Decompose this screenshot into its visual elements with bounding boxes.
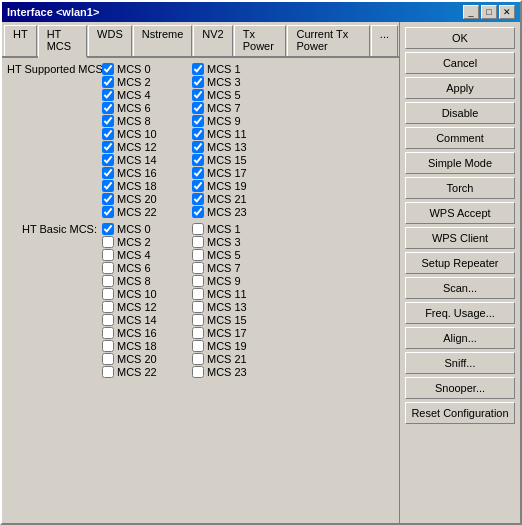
mcs15-checkbox[interactable] bbox=[192, 154, 204, 166]
b-mcs23-checkbox[interactable] bbox=[192, 366, 204, 378]
mcs17-checkbox[interactable] bbox=[192, 167, 204, 179]
tab-nstreme[interactable]: Nstreme bbox=[133, 25, 193, 56]
mcs11-checkbox[interactable] bbox=[192, 128, 204, 140]
comment-button[interactable]: Comment bbox=[405, 127, 515, 149]
torch-button[interactable]: Torch bbox=[405, 177, 515, 199]
mcs4-checkbox[interactable] bbox=[102, 89, 114, 101]
disable-button[interactable]: Disable bbox=[405, 102, 515, 124]
mcs7-checkbox[interactable] bbox=[192, 102, 204, 114]
tab-nv2[interactable]: NV2 bbox=[193, 25, 232, 56]
b-mcs9-checkbox[interactable] bbox=[192, 275, 204, 287]
b-mcs18-checkbox[interactable] bbox=[102, 340, 114, 352]
ok-button[interactable]: OK bbox=[405, 27, 515, 49]
b-mcs14-checkbox[interactable] bbox=[102, 314, 114, 326]
mcs13-checkbox[interactable] bbox=[192, 141, 204, 153]
b-mcs19-checkbox[interactable] bbox=[192, 340, 204, 352]
b-mcs23-label: MCS 23 bbox=[207, 366, 247, 378]
minimize-button[interactable]: _ bbox=[463, 5, 479, 19]
tab-current-tx-power[interactable]: Current Tx Power bbox=[287, 25, 369, 56]
b-mcs7-label: MCS 7 bbox=[207, 262, 241, 274]
wps-client-button[interactable]: WPS Client bbox=[405, 227, 515, 249]
mcs16-label: MCS 16 bbox=[117, 167, 157, 179]
simple-mode-button[interactable]: Simple Mode bbox=[405, 152, 515, 174]
snooper-button[interactable]: Snooper... bbox=[405, 377, 515, 399]
sniff-button[interactable]: Sniff... bbox=[405, 352, 515, 374]
mcs-row: MCS 4 MCS 5 bbox=[7, 249, 394, 261]
mcs-item: MCS 16 bbox=[102, 167, 192, 179]
tab-ht-mcs[interactable]: HT MCS bbox=[38, 25, 87, 58]
b-mcs6-checkbox[interactable] bbox=[102, 262, 114, 274]
b-mcs15-checkbox[interactable] bbox=[192, 314, 204, 326]
b-mcs6-label: MCS 6 bbox=[117, 262, 151, 274]
mcs6-label: MCS 6 bbox=[117, 102, 151, 114]
b-mcs5-label: MCS 5 bbox=[207, 249, 241, 261]
mcs22-checkbox[interactable] bbox=[102, 206, 114, 218]
mcs3-checkbox[interactable] bbox=[192, 76, 204, 88]
mcs-row: MCS 8 MCS 9 bbox=[7, 275, 394, 287]
b-mcs16-checkbox[interactable] bbox=[102, 327, 114, 339]
b-mcs21-checkbox[interactable] bbox=[192, 353, 204, 365]
mcs-item: MCS 2 bbox=[102, 236, 192, 248]
mcs21-checkbox[interactable] bbox=[192, 193, 204, 205]
mcs-item: MCS 3 bbox=[192, 76, 282, 88]
b-mcs0-checkbox[interactable] bbox=[102, 223, 114, 235]
b-mcs13-checkbox[interactable] bbox=[192, 301, 204, 313]
setup-repeater-button[interactable]: Setup Repeater bbox=[405, 252, 515, 274]
align-button[interactable]: Align... bbox=[405, 327, 515, 349]
mcs-item: MCS 15 bbox=[192, 314, 282, 326]
cancel-button[interactable]: Cancel bbox=[405, 52, 515, 74]
mcs7-label: MCS 7 bbox=[207, 102, 241, 114]
mcs-row: MCS 18 MCS 19 bbox=[7, 340, 394, 352]
b-mcs13-label: MCS 13 bbox=[207, 301, 247, 313]
ht-basic-mcs-section: HT Basic MCS: MCS 0 MCS 1 MCS 2 bbox=[7, 223, 394, 378]
mcs5-checkbox[interactable] bbox=[192, 89, 204, 101]
b-mcs2-checkbox[interactable] bbox=[102, 236, 114, 248]
b-mcs4-checkbox[interactable] bbox=[102, 249, 114, 261]
b-mcs1-checkbox[interactable] bbox=[192, 223, 204, 235]
mcs-item: MCS 18 bbox=[102, 180, 192, 192]
b-mcs9-label: MCS 9 bbox=[207, 275, 241, 287]
mcs19-checkbox[interactable] bbox=[192, 180, 204, 192]
mcs8-checkbox[interactable] bbox=[102, 115, 114, 127]
tab-tx-power[interactable]: Tx Power bbox=[234, 25, 287, 56]
b-mcs1-label: MCS 1 bbox=[207, 223, 241, 235]
mcs23-checkbox[interactable] bbox=[192, 206, 204, 218]
mcs10-label: MCS 10 bbox=[117, 128, 157, 140]
mcs-content: HT Supported MCS: MCS 0 MCS 1 MCS 2 bbox=[2, 58, 399, 523]
mcs-item: MCS 15 bbox=[192, 154, 282, 166]
tab-more[interactable]: ... bbox=[371, 25, 398, 56]
mcs18-checkbox[interactable] bbox=[102, 180, 114, 192]
tab-ht[interactable]: HT bbox=[4, 25, 37, 56]
apply-button[interactable]: Apply bbox=[405, 77, 515, 99]
mcs2-checkbox[interactable] bbox=[102, 76, 114, 88]
b-mcs11-checkbox[interactable] bbox=[192, 288, 204, 300]
mcs9-checkbox[interactable] bbox=[192, 115, 204, 127]
mcs16-checkbox[interactable] bbox=[102, 167, 114, 179]
tab-bar: HT HT MCS WDS Nstreme NV2 Tx Power Curre… bbox=[2, 22, 399, 58]
b-mcs22-checkbox[interactable] bbox=[102, 366, 114, 378]
b-mcs12-checkbox[interactable] bbox=[102, 301, 114, 313]
mcs-row: MCS 12 MCS 13 bbox=[7, 301, 394, 313]
wps-accept-button[interactable]: WPS Accept bbox=[405, 202, 515, 224]
mcs6-checkbox[interactable] bbox=[102, 102, 114, 114]
mcs14-checkbox[interactable] bbox=[102, 154, 114, 166]
b-mcs20-checkbox[interactable] bbox=[102, 353, 114, 365]
mcs1-checkbox[interactable] bbox=[192, 63, 204, 75]
main-window: Interface <wlan1> _ □ ✕ HT HT MCS WDS Ns… bbox=[0, 0, 522, 525]
scan-button[interactable]: Scan... bbox=[405, 277, 515, 299]
maximize-button[interactable]: □ bbox=[481, 5, 497, 19]
freq-usage-button[interactable]: Freq. Usage... bbox=[405, 302, 515, 324]
b-mcs8-checkbox[interactable] bbox=[102, 275, 114, 287]
b-mcs7-checkbox[interactable] bbox=[192, 262, 204, 274]
b-mcs10-checkbox[interactable] bbox=[102, 288, 114, 300]
close-button[interactable]: ✕ bbox=[499, 5, 515, 19]
mcs10-checkbox[interactable] bbox=[102, 128, 114, 140]
tab-wds[interactable]: WDS bbox=[88, 25, 132, 56]
mcs0-checkbox[interactable] bbox=[102, 63, 114, 75]
reset-configuration-button[interactable]: Reset Configuration bbox=[405, 402, 515, 424]
b-mcs17-checkbox[interactable] bbox=[192, 327, 204, 339]
b-mcs3-checkbox[interactable] bbox=[192, 236, 204, 248]
b-mcs5-checkbox[interactable] bbox=[192, 249, 204, 261]
mcs20-checkbox[interactable] bbox=[102, 193, 114, 205]
mcs12-checkbox[interactable] bbox=[102, 141, 114, 153]
